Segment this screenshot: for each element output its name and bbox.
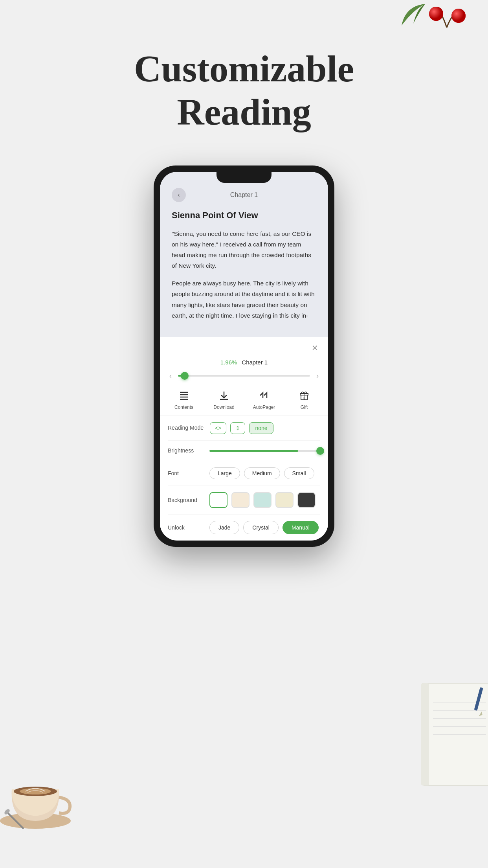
reading-mode-vertical[interactable]: ⇕ (230, 422, 245, 434)
notebook-decoration (413, 679, 488, 797)
brightness-row: Brightness (168, 441, 320, 462)
background-label: Background (168, 497, 203, 504)
autopager-action[interactable]: AutoPager (250, 390, 278, 410)
svg-point-3 (429, 7, 443, 21)
chapter-label: Chapter 1 (230, 191, 258, 199)
bg-cream[interactable] (275, 492, 294, 508)
bg-beige[interactable] (231, 492, 250, 508)
brightness-label: Brightness (168, 447, 203, 455)
background-controls (209, 492, 320, 508)
download-icon (218, 390, 229, 402)
bg-mint[interactable] (253, 492, 272, 508)
contents-action[interactable]: Contents (170, 390, 198, 410)
download-label: Download (213, 405, 234, 410)
bg-dark[interactable] (297, 492, 316, 508)
phone-mockup: ‹ Chapter 1 Sienna Point Of View "Sienna… (154, 166, 334, 547)
background-row: Background (168, 486, 320, 515)
font-label: Font (168, 470, 203, 478)
bg-white[interactable] (209, 492, 227, 508)
contents-icon (178, 390, 189, 402)
back-button[interactable]: ‹ (172, 188, 186, 202)
gift-icon (299, 390, 310, 402)
reading-mode-scroll[interactable]: <> (210, 422, 226, 434)
next-arrow[interactable]: › (314, 370, 321, 382)
font-small[interactable]: Small (284, 467, 314, 479)
brightness-slider[interactable] (209, 450, 320, 452)
gift-action[interactable]: Gift (290, 390, 318, 410)
phone-screen: ‹ Chapter 1 Sienna Point Of View "Sienna… (160, 172, 328, 541)
coffee-decoration (0, 734, 86, 844)
font-medium[interactable]: Medium (244, 467, 280, 479)
svg-rect-10 (421, 683, 429, 785)
reading-mode-controls: <> ⇕ none (210, 422, 320, 434)
unlock-manual[interactable]: Manual (283, 521, 319, 534)
settings-section: Reading Mode <> ⇕ none (160, 416, 328, 515)
unlock-crystal[interactable]: Crystal (243, 521, 279, 534)
reading-mode-row: Reading Mode <> ⇕ none (168, 416, 320, 441)
close-button[interactable]: ✕ (309, 342, 320, 353)
leaf-decoration (398, 2, 429, 29)
cherry-decoration (425, 4, 468, 47)
reading-text: "Sienna, you need to come here fast, as … (172, 228, 316, 321)
reading-mode-label: Reading Mode (168, 424, 204, 432)
progress-chapter: Chapter 1 (242, 359, 268, 366)
font-row: Font Large Medium Small (168, 461, 320, 486)
section-title: Sienna Point Of View (172, 210, 316, 221)
contents-label: Contents (174, 405, 193, 410)
gift-label: Gift (301, 405, 308, 410)
unlock-jade[interactable]: Jade (209, 521, 239, 534)
svg-point-1 (451, 9, 466, 23)
reading-area: ‹ Chapter 1 Sienna Point Of View "Sienna… (160, 172, 328, 337)
font-controls: Large Medium Small (209, 467, 320, 479)
font-large[interactable]: Large (209, 467, 240, 479)
progress-track[interactable] (178, 375, 310, 377)
autopager-icon (259, 390, 270, 402)
progress-slider-row: ‹ › (160, 367, 328, 385)
phone-notch (216, 172, 272, 183)
svg-rect-27 (303, 397, 305, 399)
download-action[interactable]: Download (210, 390, 238, 410)
unlock-controls: Jade Crystal Manual (209, 521, 319, 534)
prev-arrow[interactable]: ‹ (167, 370, 174, 382)
bottom-panel: ✕ 1.96% Chapter 1 ‹ › (160, 337, 328, 541)
svg-point-6 (20, 788, 51, 794)
progress-percent: 1.96% (220, 359, 237, 366)
action-icons-row: Contents Download (160, 385, 328, 416)
unlock-label: Unlock (168, 524, 203, 531)
unlock-row: Unlock Jade Crystal Manual (160, 515, 328, 541)
autopager-label: AutoPager (253, 405, 275, 410)
reading-mode-none[interactable]: none (249, 422, 273, 434)
brightness-controls (209, 450, 320, 452)
